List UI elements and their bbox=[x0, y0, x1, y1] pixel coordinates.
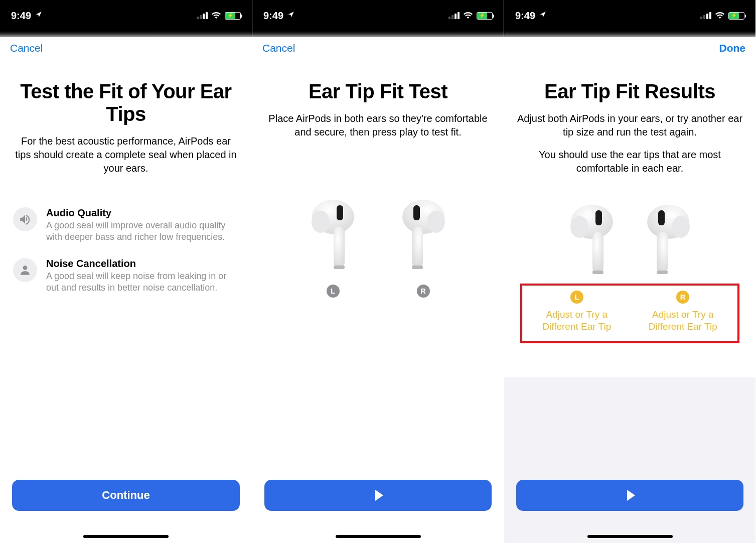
svg-rect-3 bbox=[337, 205, 343, 220]
status-bar: 9:49 ⚡ bbox=[0, 0, 252, 31]
svg-rect-15 bbox=[592, 270, 603, 274]
svg-rect-5 bbox=[334, 265, 345, 269]
cancel-button[interactable]: Cancel bbox=[10, 42, 43, 54]
svg-rect-8 bbox=[413, 205, 420, 220]
svg-rect-18 bbox=[658, 210, 665, 225]
airpod-right-icon bbox=[641, 204, 696, 280]
location-icon bbox=[35, 11, 42, 20]
cellular-icon bbox=[448, 12, 460, 19]
page-title: Ear Tip Fit Results bbox=[513, 80, 746, 103]
airpod-left-icon bbox=[306, 199, 361, 275]
results-highlight: L Adjust or Try a Different Ear Tip R Ad… bbox=[520, 284, 739, 344]
airpod-left-icon bbox=[564, 204, 620, 280]
result-right-text: Adjust or Try a Different Ear Tip bbox=[633, 309, 734, 333]
speaker-icon bbox=[13, 207, 37, 231]
cellular-icon bbox=[197, 12, 208, 19]
battery-icon: ⚡ bbox=[225, 12, 241, 20]
svg-rect-9 bbox=[412, 227, 423, 268]
page-subtitle: For the best acoustic performance, AirPo… bbox=[9, 134, 243, 175]
location-icon bbox=[539, 11, 546, 20]
result-left-text: Adjust or Try a Different Ear Tip bbox=[526, 309, 628, 333]
feature-desc: A good seal will keep noise from leaking… bbox=[46, 270, 239, 294]
status-time: 9:49 bbox=[515, 10, 535, 22]
svg-rect-4 bbox=[334, 227, 345, 268]
done-button[interactable]: Done bbox=[719, 42, 746, 54]
play-button[interactable] bbox=[516, 480, 743, 511]
person-icon bbox=[13, 258, 37, 282]
play-button[interactable] bbox=[264, 480, 492, 511]
cancel-button[interactable]: Cancel bbox=[262, 42, 295, 54]
svg-point-17 bbox=[672, 216, 690, 238]
feature-desc: A good seal will improve overall audio q… bbox=[46, 220, 239, 243]
battery-icon: ⚡ bbox=[728, 12, 744, 20]
page-subtitle-2: You should use the ear tips that are mos… bbox=[513, 148, 746, 175]
status-bar: 9:49 ⚡ bbox=[252, 0, 504, 31]
svg-point-12 bbox=[570, 216, 588, 238]
status-time: 9:49 bbox=[11, 10, 31, 22]
wifi-icon bbox=[463, 11, 473, 21]
airpod-right-icon bbox=[396, 199, 451, 275]
status-time: 9:49 bbox=[263, 10, 283, 22]
page-subtitle: Place AirPods in both ears so they're co… bbox=[261, 112, 495, 139]
svg-rect-13 bbox=[595, 210, 602, 225]
result-left: L Adjust or Try a Different Ear Tip bbox=[526, 291, 628, 333]
svg-rect-20 bbox=[657, 270, 668, 274]
play-icon bbox=[627, 490, 635, 501]
left-badge: L bbox=[570, 291, 583, 304]
svg-rect-14 bbox=[592, 232, 603, 273]
feature-title: Noise Cancellation bbox=[46, 258, 239, 269]
status-bar: 9:49 ⚡ bbox=[504, 0, 755, 31]
wifi-icon bbox=[715, 11, 725, 21]
svg-point-0 bbox=[23, 265, 28, 270]
location-icon bbox=[287, 11, 294, 20]
page-title: Test the Fit of Your Ear Tips bbox=[9, 80, 243, 125]
right-badge: R bbox=[417, 285, 430, 298]
feature-noise-cancellation: Noise Cancellation A good seal will keep… bbox=[13, 258, 239, 294]
page-subtitle: Adjust both AirPods in your ears, or try… bbox=[513, 112, 746, 139]
svg-point-7 bbox=[427, 211, 445, 233]
feature-title: Audio Quality bbox=[46, 207, 239, 219]
svg-rect-19 bbox=[657, 232, 668, 273]
svg-point-2 bbox=[312, 211, 330, 233]
result-right: R Adjust or Try a Different Ear Tip bbox=[633, 291, 734, 333]
cellular-icon bbox=[700, 12, 711, 19]
page-title: Ear Tip Fit Test bbox=[261, 80, 495, 103]
battery-icon: ⚡ bbox=[477, 12, 493, 20]
continue-button[interactable]: Continue bbox=[12, 480, 240, 511]
wifi-icon bbox=[211, 11, 221, 21]
right-badge: R bbox=[676, 291, 689, 304]
play-icon bbox=[375, 490, 383, 501]
left-badge: L bbox=[327, 285, 340, 298]
svg-rect-10 bbox=[412, 265, 423, 269]
feature-audio-quality: Audio Quality A good seal will improve o… bbox=[13, 207, 239, 243]
